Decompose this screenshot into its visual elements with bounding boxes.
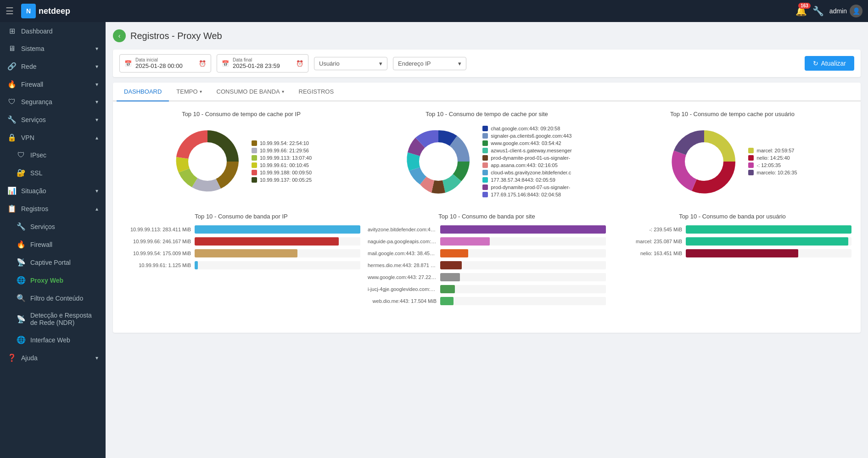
- donut3-svg: [667, 125, 741, 198]
- tab-tempo[interactable]: TEMPO ▾: [169, 83, 209, 101]
- tab-dashboard[interactable]: DASHBOARD: [117, 83, 169, 101]
- data-inicial-value: 2025-01-28 00:00: [135, 62, 183, 69]
- sidebar-item-servicos[interactable]: 🔧 Serviços ▾: [0, 111, 106, 128]
- sidebar-item-rede[interactable]: 🔗 Rede ▾: [0, 57, 106, 75]
- tab-registros[interactable]: REGISTROS: [291, 83, 342, 101]
- calendar-icon: 📅: [124, 60, 132, 67]
- page-title: Registros - Proxy Web: [130, 31, 222, 41]
- sidebar-item-interface-web[interactable]: 🌐 Interface Web: [0, 331, 106, 349]
- sidebar-item-label: Dashboard: [21, 28, 53, 35]
- sidebar-item-label: Situação: [21, 187, 46, 195]
- donut1-wrap: 10.99.99.54: 22:54:10 10.99.99.66: 21:29…: [171, 125, 312, 198]
- chevron-icon: ▴: [95, 206, 98, 212]
- sidebar-item-label: Ajuda: [21, 354, 38, 362]
- sidebar-item-reg-firewall[interactable]: 🔥 Firewall: [0, 235, 106, 253]
- sistema-icon: 🖥: [7, 45, 17, 53]
- sidebar-item-label: SSL: [30, 169, 42, 177]
- bar-fill: [686, 249, 798, 257]
- bar-track: [440, 261, 606, 269]
- usuario-placeholder: Usuário: [319, 60, 340, 67]
- svg-point-0: [188, 142, 227, 181]
- tabs-bar: DASHBOARD TEMPO ▾ CONSUMO DE BANDA ▾ REG…: [113, 83, 861, 101]
- bar-fill: [195, 237, 339, 246]
- sidebar-item-label: Firewall: [21, 81, 43, 88]
- legend-label: cloud-wbs.gravityzone.bitdefender.c: [491, 170, 571, 175]
- sidebar-item-captive-portal[interactable]: 📡 Captive Portal: [0, 253, 106, 271]
- sidebar: ⊞ Dashboard 🖥 Sistema ▾ 🔗 Rede ▾ 🔥 Firew…: [0, 22, 106, 458]
- bar-label: 10.99.99.54: 175.009 MiB: [122, 251, 191, 256]
- bar-fill: [440, 249, 468, 257]
- legend-item: chat.google.com:443: 09:20:58: [482, 126, 571, 131]
- tools-icon[interactable]: 🔧: [812, 6, 824, 17]
- bar-fill: [440, 285, 455, 293]
- filtro-icon: 🔍: [17, 294, 26, 302]
- sidebar-item-label: Detecção e Resposta de Rede (NDR): [30, 312, 98, 326]
- chevron-icon: ▾: [95, 45, 98, 52]
- tab-label: REGISTROS: [299, 88, 334, 95]
- sidebar-item-label: Proxy Web: [30, 277, 63, 284]
- data-inicial-input[interactable]: 📅 Data inicial 2025-01-28 00:00 ⏰: [119, 54, 211, 73]
- legend-label: 10.99.99.54: 22:54:10: [260, 140, 309, 146]
- sidebar-item-vpn[interactable]: 🔒 VPN ▴: [0, 128, 106, 146]
- bar-label: hermes.dio.me:443: 28.871 MiB: [368, 263, 437, 268]
- legend-item: 10.99.99.188: 00:09:50: [252, 170, 312, 175]
- captive-portal-icon: 📡: [17, 258, 26, 267]
- legend-label: 10.99.99.66: 21:29:56: [260, 148, 309, 153]
- sidebar-item-deteccao[interactable]: 📡 Detecção e Resposta de Rede (NDR): [0, 307, 106, 331]
- bar-fill: [686, 225, 851, 234]
- bar-label: 10.99.99.61: 1.125 MiB: [122, 263, 191, 268]
- sidebar-item-proxy-web[interactable]: 🌐 Proxy Web: [0, 271, 106, 289]
- sidebar-item-situacao[interactable]: 📊 Situação ▾: [0, 182, 106, 200]
- endereco-ip-select[interactable]: Endereço IP ▾: [393, 57, 466, 70]
- sidebar-item-dashboard[interactable]: ⊞ Dashboard: [0, 22, 106, 40]
- legend-label: 10.99.99.188: 00:09:50: [260, 170, 312, 175]
- sidebar-item-ajuda[interactable]: ❓ Ajuda ▾: [0, 349, 106, 367]
- sidebar-item-ssl[interactable]: 🔐 SSL: [0, 164, 106, 182]
- legend-label: 177.69.175.146:8443: 02:04:58: [491, 192, 561, 197]
- legend-item: -: 12:05:35: [748, 162, 797, 168]
- bar-row: 10.99.99.54: 175.009 MiB: [122, 249, 360, 257]
- legend-label: nelio: 14:25:40: [756, 155, 790, 161]
- legend-dot: [482, 184, 488, 190]
- notification-bell[interactable]: 🔔 163: [795, 6, 807, 17]
- legend-dot: [748, 170, 754, 175]
- sidebar-item-reg-servicos[interactable]: 🔧 Serviços: [0, 218, 106, 235]
- sidebar-item-seguranca[interactable]: 🛡 Segurança ▾: [0, 93, 106, 111]
- sidebar-item-sistema[interactable]: 🖥 Sistema ▾: [0, 40, 106, 57]
- chevron-icon: ▾: [95, 81, 98, 88]
- legend-label: 10.99.99.113: 13:07:40: [260, 155, 312, 161]
- calendar-icon: 📅: [222, 60, 229, 67]
- legend-dot: [482, 192, 488, 197]
- legend-dot: [482, 177, 488, 183]
- legend-item: 10.99.99.113: 13:07:40: [252, 155, 312, 161]
- legend-dot: [252, 155, 257, 161]
- sidebar-item-label: Registros: [21, 205, 48, 212]
- donut-chart-by-site: Top 10 - Consumo de tempo de cache por s…: [368, 111, 606, 198]
- bar-label: mail.google.com:443: 38.459 MiB: [368, 251, 437, 256]
- donut2-wrap: chat.google.com:443: 09:20:58 signaler-p…: [402, 125, 571, 198]
- back-button[interactable]: ‹: [113, 29, 126, 42]
- bar1-title: Top 10 - Consumo de banda por IP: [122, 213, 360, 220]
- sidebar-item-registros[interactable]: 📋 Registros ▴: [0, 200, 106, 218]
- bar-label: www.google.com:443: 27.221 MiB: [368, 274, 437, 280]
- sidebar-item-ipsec[interactable]: 🛡 IPsec: [0, 146, 106, 164]
- registros-icon: 📋: [7, 204, 17, 213]
- sidebar-item-filtro-conteudo[interactable]: 🔍 Filtro de Conteúdo: [0, 289, 106, 307]
- menu-icon[interactable]: ☰: [6, 6, 14, 17]
- bar-label: i-jucj-4gje.googlevideo.com:443: 20.168 …: [368, 286, 437, 292]
- legend-item: app.asana.com:443: 02:16:05: [482, 162, 571, 168]
- legend-label: www.google.com:443: 03:54:42: [491, 140, 561, 146]
- data-final-input[interactable]: 📅 Data final 2025-01-28 23:59 ⏰: [217, 54, 308, 73]
- sidebar-item-label: Sistema: [21, 45, 45, 52]
- donut1-legend: 10.99.99.54: 22:54:10 10.99.99.66: 21:29…: [252, 140, 312, 183]
- sidebar-item-firewall[interactable]: 🔥 Firewall ▾: [0, 75, 106, 93]
- bar-row: mail.google.com:443: 38.459 MiB: [368, 249, 606, 257]
- tab-consumo-de-banda[interactable]: CONSUMO DE BANDA ▾: [209, 83, 291, 101]
- user-menu[interactable]: admin 👤: [829, 5, 862, 17]
- atualizar-button[interactable]: ↻ Atualizar: [805, 56, 854, 71]
- donut3-legend: marcel: 20:59:57 nelio: 14:25:40 -: 12:0…: [748, 148, 797, 175]
- usuario-select[interactable]: Usuário ▾: [314, 57, 387, 70]
- legend-label: azwus1-client-s.gateway.messenger: [491, 148, 571, 153]
- legend-dot: [482, 170, 488, 175]
- dashboard-icon: ⊞: [7, 27, 17, 35]
